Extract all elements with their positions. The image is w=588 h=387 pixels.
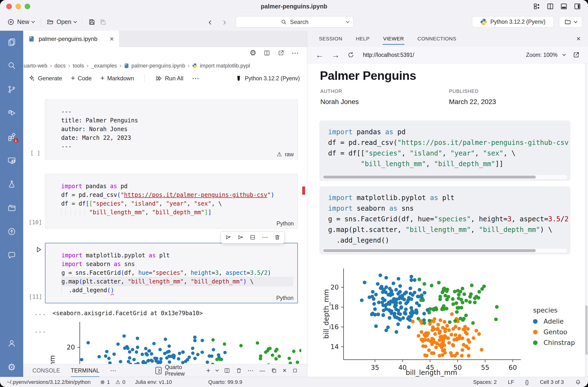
workspace-folder-button[interactable] — [559, 16, 582, 28]
add-markdown-cell-button[interactable]: + Markdown — [100, 75, 134, 82]
kill-terminal-trash-icon[interactable] — [236, 367, 242, 374]
account-icon[interactable] — [7, 339, 16, 348]
extensions-icon[interactable]: 1 — [7, 132, 16, 141]
url-field[interactable]: http://localhost:5391/ — [363, 52, 414, 58]
notebook-cell-pandas[interactable]: [10] import pandas as pddf = pd.read_csv… — [45, 174, 298, 229]
save-all-button[interactable] — [99, 18, 107, 26]
breadcrumb-item-cell[interactable]: import matplotlib.pypl — [192, 63, 250, 69]
tab-console[interactable]: CONSOLE — [32, 364, 60, 377]
chevron-down-icon[interactable] — [562, 52, 566, 56]
horizontal-scrollbar — [323, 175, 567, 179]
add-code-cell-button[interactable]: + Code — [71, 75, 92, 82]
minimize-panel-icon[interactable]: — — [259, 368, 265, 373]
more-actions-icon[interactable]: ⋯ — [292, 49, 299, 57]
source-control-icon[interactable] — [7, 85, 16, 94]
eol-status[interactable]: LF — [508, 379, 514, 385]
tab-terminal[interactable]: TERMINAL — [71, 364, 100, 377]
tab-viewer[interactable]: VIEWER — [383, 31, 404, 47]
restore-panel-icon[interactable] — [292, 368, 298, 373]
explorer-icon[interactable] — [7, 38, 16, 46]
new-button[interactable]: New — [7, 18, 34, 26]
navigate-back-icon[interactable]: ‹ — [209, 13, 211, 31]
published-label: PUBLISHED — [449, 88, 578, 94]
breadcrumb-item[interactable]: tools — [73, 63, 84, 69]
positron-window: palmer-penguins.ipynb New — [0, 0, 588, 387]
julia-env-status[interactable]: Julia env: v1.10 — [135, 379, 172, 385]
search-sidebar-icon[interactable] — [7, 61, 16, 70]
chat-icon[interactable] — [7, 251, 16, 260]
save-button[interactable] — [88, 18, 96, 26]
maximize-panel-icon[interactable] — [271, 367, 277, 374]
breadcrumb-item-notebook[interactable]: palmer-penguins.ipynb — [124, 63, 186, 69]
tab-session[interactable]: SESSION — [319, 31, 342, 47]
tab-connections[interactable]: CONNECTIONS — [418, 31, 457, 47]
forward-icon[interactable]: → — [332, 51, 340, 59]
delete-cell-icon[interactable] — [274, 234, 280, 240]
search-input[interactable]: Search — [236, 16, 354, 28]
terminal-session-quarto-preview[interactable]: Quarto Preview — [155, 364, 196, 377]
run-debug-icon[interactable] — [7, 108, 16, 118]
quarto-version-status[interactable]: Quarto: 99.9.9 — [208, 379, 242, 385]
toggle-secondary-sidebar-icon[interactable] — [573, 2, 582, 11]
more-tabs-icon[interactable]: ⋯ — [110, 367, 116, 374]
cell-language-label[interactable]: Python — [276, 220, 294, 227]
more-panel-actions-icon[interactable]: ⋯ — [248, 367, 254, 374]
more-actions-icon[interactable]: ⋯ — [192, 75, 199, 82]
customize-layout-icon[interactable] — [532, 2, 541, 11]
run-all-button[interactable]: Run All — [155, 75, 183, 82]
zoom-level-label[interactable]: Zoom: 100% — [526, 52, 558, 58]
chevron-down-icon[interactable] — [215, 368, 219, 371]
split-terminal-icon[interactable] — [224, 367, 230, 374]
close-panel-icon[interactable]: × — [576, 35, 581, 43]
vertical-scrollbar-thumb[interactable] — [585, 305, 588, 355]
cell-hover-toolbar: ⋯ — [221, 231, 285, 243]
tab-help[interactable]: HELP — [356, 31, 370, 47]
generate-button[interactable]: Generate — [28, 75, 62, 82]
more-cell-actions-icon[interactable]: ⋯ — [262, 234, 268, 240]
interpreter-selector[interactable]: Python 3.12.2 (Pyenv) — [472, 16, 554, 28]
breadcrumb-item[interactable]: docs — [54, 63, 65, 69]
split-editor-icon[interactable] — [264, 50, 270, 56]
cell-position-status[interactable]: Cell 3 of 3 — [540, 379, 564, 385]
open-in-browser-icon[interactable] — [572, 51, 580, 59]
notebook-settings-gear-icon[interactable]: ⚙ — [250, 49, 256, 57]
notifications-bell-icon[interactable] — [575, 379, 581, 385]
problems-status[interactable]: ⊗ 1 ⚠ 0 — [100, 379, 126, 385]
code-line: df = df[["species", "island", "year", "s… — [328, 148, 568, 159]
open-button[interactable]: Open — [46, 18, 76, 26]
breadcrumb-item[interactable]: uarto-web — [24, 63, 47, 69]
scrollbar-thumb[interactable] — [323, 249, 536, 252]
run-cells-above-icon[interactable] — [225, 234, 231, 240]
language-braces-status[interactable]: {} — [525, 379, 529, 385]
new-terminal-icon[interactable]: + — [206, 367, 210, 374]
indentation-status[interactable]: Spaces: 2 — [473, 379, 497, 385]
reload-icon[interactable] — [347, 51, 354, 58]
navigate-forward-icon[interactable]: › — [223, 13, 226, 31]
back-icon[interactable]: ← — [315, 51, 324, 59]
folder-library-icon[interactable] — [7, 203, 16, 212]
output-collapse-toggle[interactable]: ... — [34, 310, 46, 317]
split-editor-icon[interactable] — [546, 2, 555, 11]
breadcrumb-item[interactable]: _examples — [91, 63, 117, 69]
settings-gear-icon[interactable]: ⚙ — [7, 363, 16, 371]
run-cell-button[interactable] — [34, 245, 43, 254]
cell-language-label[interactable]: Python — [276, 295, 294, 301]
close-tab-icon[interactable]: × — [109, 35, 114, 43]
split-cell-icon[interactable] — [250, 234, 256, 240]
toggle-panel-icon[interactable] — [560, 2, 568, 11]
cell-language-label[interactable]: ⚠ raw — [277, 151, 294, 158]
close-panel-icon[interactable]: × — [283, 367, 287, 374]
kernel-selector[interactable]: Python 3.12.2 (Pyenv) — [235, 75, 300, 82]
remote-sessions-icon[interactable] — [7, 156, 16, 165]
scatter-point — [292, 350, 295, 353]
interpreter-path[interactable]: ~/.pyenv/versions/3.12.2/bin/python — [7, 379, 91, 385]
publish-icon[interactable] — [7, 227, 16, 236]
run-cells-below-icon[interactable] — [237, 234, 243, 240]
tab-palmer-penguins[interactable]: palmer-penguins.ipynb × — [23, 31, 119, 47]
scrollbar-thumb[interactable] — [323, 176, 536, 178]
output-collapse-toggle[interactable]: ... — [34, 327, 46, 334]
notebook-cell-seaborn-selected[interactable]: [11] import matplotlib.pyplot as pltimpo… — [45, 243, 298, 303]
testing-icon[interactable] — [7, 180, 16, 189]
notebook-cell-raw[interactable]: [ ] ---title: Palmer Penguinsauthor: Nor… — [45, 99, 298, 159]
open-external-icon[interactable] — [277, 50, 284, 56]
